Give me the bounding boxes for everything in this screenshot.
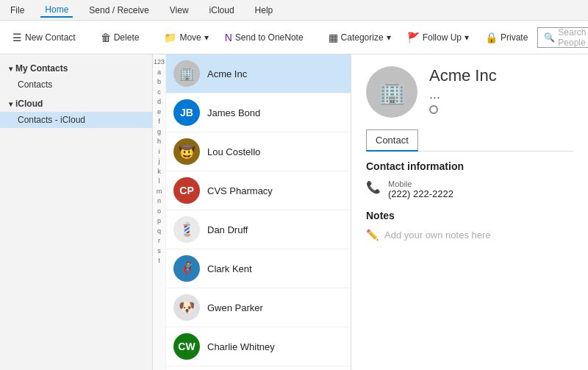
search-box[interactable]: 🔍 Search People <box>537 27 588 48</box>
status-circle-icon <box>429 105 438 114</box>
contact-item-cvs[interactable]: CP CVS Pharmacy <box>166 171 351 210</box>
categorize-button[interactable]: ▦ Categorize ▾ <box>322 28 398 47</box>
sidebar: ▾ My Contacts Contacts ▾ iCloud Contacts… <box>0 54 153 370</box>
alpha-d[interactable]: d <box>157 97 161 107</box>
detail-panel: 🏢 Acme Inc ... Contact Contact informati… <box>351 54 588 370</box>
detail-avatar: 🏢 <box>366 66 417 118</box>
lock-icon: 🔒 <box>485 32 498 43</box>
alpha-e[interactable]: e <box>157 107 161 118</box>
contact-name-dan-druff: Dan Druff <box>207 224 248 235</box>
alpha-j[interactable]: j <box>159 157 160 167</box>
contact-item-james-bond[interactable]: JB James Bond <box>166 93 351 132</box>
avatar-acme: 🏢 <box>173 60 200 87</box>
move-icon: 📁 <box>164 32 176 43</box>
new-contact-button[interactable]: ☰ New Contact <box>6 28 82 47</box>
follow-up-icon: 🚩 <box>407 32 420 43</box>
toolbar: ☰ New Contact 🗑 Delete 📁 Move ▾ N Send t… <box>0 21 588 54</box>
sidebar-item-contacts[interactable]: Contacts <box>0 77 152 93</box>
alpha-i[interactable]: i <box>159 147 160 157</box>
contact-name-clark-kent: Clark Kent <box>207 263 252 274</box>
notes-section: Notes ✏️ Add your own notes here <box>366 210 573 241</box>
alpha-b[interactable]: b <box>157 77 161 88</box>
main-content: ▾ My Contacts Contacts ▾ iCloud Contacts… <box>0 54 588 370</box>
info-mobile-details: Mobile (222) 222-2222 <box>388 179 453 199</box>
private-button[interactable]: 🔒 Private <box>478 28 534 47</box>
detail-name: Acme Inc <box>429 66 573 85</box>
detail-status <box>429 105 573 114</box>
menu-home[interactable]: Home <box>40 3 73 18</box>
contact-list-area: 123 a b c d e f g h i j k l m n o p q r … <box>153 54 351 370</box>
alpha-s[interactable]: s <box>157 246 161 257</box>
menu-icloud[interactable]: iCloud <box>205 4 239 17</box>
avatar-lou-costello: 🤠 <box>173 138 200 165</box>
contact-name-lou-costello: Lou Costello <box>207 146 260 157</box>
mobile-value: (222) 222-2222 <box>388 188 453 199</box>
alpha-n[interactable]: n <box>157 196 161 207</box>
contact-name-gwen-parker: Gwen Parker <box>207 302 263 313</box>
new-contact-icon: ☰ <box>12 32 22 43</box>
icloud-group: ▾ iCloud Contacts - iCloud <box>0 96 152 128</box>
categorize-icon: ▦ <box>329 32 338 43</box>
alpha-123[interactable]: 123 <box>154 57 165 68</box>
section-contact-info-title: Contact information <box>366 160 573 172</box>
move-button[interactable]: 📁 Move ▾ <box>157 28 215 47</box>
contact-item-lou-costello[interactable]: 🤠 Lou Costello <box>166 132 351 171</box>
alpha-l[interactable]: l <box>159 177 160 187</box>
contact-name-james-bond: James Bond <box>207 107 260 118</box>
move-chevron-icon: ▾ <box>204 32 209 43</box>
contact-item-gwen-parker[interactable]: 🐶 Gwen Parker <box>166 288 351 327</box>
alpha-g[interactable]: g <box>157 127 161 138</box>
alpha-a[interactable]: a <box>157 68 161 78</box>
avatar-james-bond: JB <box>173 99 200 126</box>
info-mobile-row: 📞 Mobile (222) 222-2222 <box>366 179 573 199</box>
alpha-index: 123 a b c d e f g h i j k l m n o p q r … <box>153 54 166 370</box>
tab-contact[interactable]: Contact <box>366 129 418 152</box>
alpha-r[interactable]: r <box>158 236 160 246</box>
contact-name-cvs: CVS Pharmacy <box>207 185 273 196</box>
alpha-h[interactable]: h <box>157 137 161 147</box>
detail-title-area: Acme Inc ... <box>429 66 573 114</box>
tab-bar: Contact <box>366 129 573 152</box>
my-contacts-arrow-icon: ▾ <box>9 65 12 73</box>
alpha-t[interactable]: t <box>158 256 160 266</box>
detail-header: 🏢 Acme Inc ... <box>366 66 573 118</box>
follow-up-button[interactable]: 🚩 Follow Up ▾ <box>401 28 476 47</box>
avatar-gwen-parker: 🐶 <box>173 294 200 321</box>
contact-name-acme: Acme Inc <box>207 68 247 79</box>
onenote-icon: N <box>225 32 232 43</box>
menu-view[interactable]: View <box>165 4 193 17</box>
phone-icon: 📞 <box>366 180 381 194</box>
alpha-m[interactable]: m <box>157 187 162 197</box>
send-onenote-button[interactable]: N Send to OneNote <box>218 28 310 47</box>
follow-up-chevron-icon: ▾ <box>465 32 469 43</box>
notes-title: Notes <box>366 210 573 221</box>
mobile-label: Mobile <box>388 179 453 188</box>
alpha-c[interactable]: c <box>157 88 161 98</box>
avatar-clark-kent: 🦸 <box>173 255 200 282</box>
delete-button[interactable]: 🗑 Delete <box>94 28 146 47</box>
contact-list: 🏢 Acme Inc JB James Bond 🤠 Lou Costello … <box>166 54 351 370</box>
menu-help[interactable]: Help <box>251 4 278 17</box>
contact-item-dan-druff[interactable]: 💈 Dan Druff <box>166 210 351 249</box>
notes-row[interactable]: ✏️ Add your own notes here <box>366 229 573 241</box>
menu-bar: File Home Send / Receive View iCloud Hel… <box>0 0 588 21</box>
alpha-f[interactable]: f <box>158 117 160 127</box>
icloud-arrow-icon: ▾ <box>9 100 12 108</box>
menu-file[interactable]: File <box>6 4 29 17</box>
pencil-icon: ✏️ <box>366 229 379 241</box>
contact-item-clark-kent[interactable]: 🦸 Clark Kent <box>166 249 351 288</box>
avatar-cvs: CP <box>173 177 200 204</box>
alpha-p[interactable]: p <box>157 216 161 227</box>
sidebar-item-icloud-contacts[interactable]: Contacts - iCloud <box>0 112 152 128</box>
my-contacts-header[interactable]: ▾ My Contacts <box>0 60 152 77</box>
delete-icon: 🗑 <box>101 32 111 43</box>
detail-dots: ... <box>429 87 573 102</box>
contact-item-charlie-whitney[interactable]: CW Charlie Whitney <box>166 327 351 366</box>
contact-item-acme[interactable]: 🏢 Acme Inc <box>166 54 351 93</box>
alpha-k[interactable]: k <box>157 167 161 177</box>
menu-send-receive[interactable]: Send / Receive <box>85 4 153 17</box>
alpha-o[interactable]: o <box>157 207 161 217</box>
alpha-q[interactable]: q <box>157 227 161 237</box>
icloud-header[interactable]: ▾ iCloud <box>0 96 152 112</box>
notes-placeholder: Add your own notes here <box>384 230 491 241</box>
